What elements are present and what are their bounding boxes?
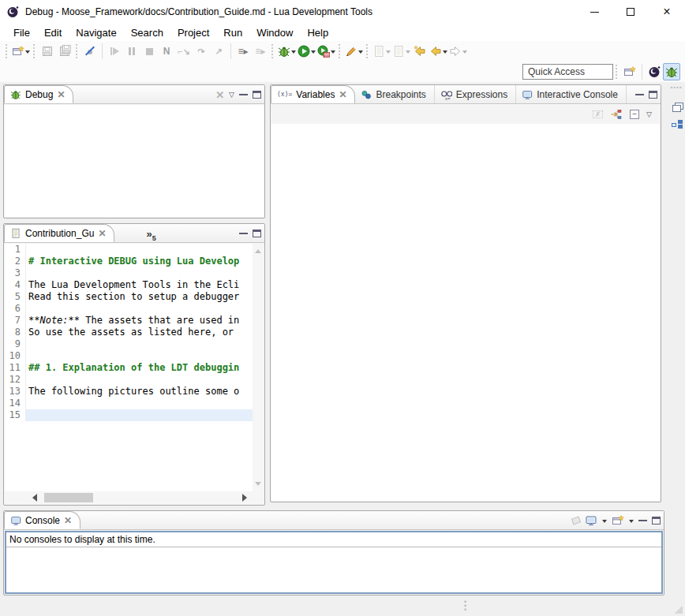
menu-run[interactable]: Run [216,25,249,40]
use-step-filters-button[interactable]: ≡▸ [234,43,252,60]
console-tab-close-icon[interactable]: ✕ [64,515,72,526]
editor-line[interactable]: 15 [5,409,253,421]
line-text[interactable] [26,244,253,256]
editor-line[interactable]: 1 [5,244,253,256]
menu-window[interactable]: Window [249,25,300,40]
editor-line[interactable]: 5Read this section to setup a debugger [5,291,253,303]
line-text[interactable]: So use the assets as listed here, or [26,327,253,338]
line-text[interactable] [26,338,253,350]
external-tools-button[interactable] [316,43,336,60]
scroll-left-icon[interactable] [28,494,37,502]
scroll-right-icon[interactable] [242,494,251,502]
skip-all-breakpoints-button[interactable] [81,43,99,60]
editor-line[interactable]: 12 [5,374,253,386]
last-edit-location-button[interactable] [411,43,429,60]
tab-contribution-guide[interactable]: Contribution_Gu ✕ [4,224,114,242]
line-number[interactable]: 14 [5,398,26,409]
display-selected-console-button[interactable] [585,514,597,527]
variables-content[interactable] [271,124,660,501]
lua-perspective-button[interactable] [646,63,663,80]
editor-line[interactable]: 6 [5,303,253,315]
line-text[interactable] [26,398,253,409]
line-text[interactable] [26,350,253,362]
tab-variables[interactable]: (x)= Variables ✕ [271,85,355,103]
debug-button[interactable] [277,43,297,60]
console-content[interactable]: No consoles to display at this time. [5,531,663,594]
menu-navigate[interactable]: Navigate [69,25,123,40]
line-text[interactable]: # Interactive DEBUG using Lua Develop [26,256,253,267]
back-button[interactable] [429,43,448,60]
editor-line[interactable]: 10 [5,350,253,362]
menu-file[interactable]: File [6,25,37,40]
editor-line[interactable]: 13The following pictures outline some o [5,386,253,398]
line-number[interactable]: 5 [5,291,26,303]
open-console-dropdown-icon[interactable] [629,520,634,525]
editor-maximize-button[interactable] [253,230,261,237]
line-number[interactable]: 12 [5,374,26,386]
editor-line[interactable]: 14 [5,398,253,409]
show-logical-structure-button[interactable] [610,108,623,121]
line-text[interactable]: ## 1. Explanation of the LDT debuggin [26,362,253,374]
open-perspective-button[interactable] [621,63,638,80]
trim-drag-handle[interactable]: •••• [670,84,682,91]
tab-expressions[interactable]: Expressions [435,85,516,103]
debug-view-menu-button[interactable]: ▽ [229,91,234,99]
line-number[interactable]: 3 [5,267,26,279]
line-number[interactable]: 10 [5,350,26,362]
line-number[interactable]: 9 [5,338,26,350]
editor-horizontal-scrollbar[interactable] [27,491,253,504]
tab-breakpoints[interactable]: Breakpoints [355,85,434,103]
editor-line[interactable]: 3 [5,267,253,279]
console-minimize-button[interactable] [638,520,647,521]
collapse-all-button[interactable]: − [630,110,639,119]
editor-line[interactable]: 2# Interactive DEBUG using Lua Develop [5,256,253,267]
line-number[interactable]: 11 [5,362,26,374]
line-text[interactable] [26,374,253,386]
line-text[interactable] [26,267,253,279]
variables-minimize-button[interactable] [635,94,644,95]
restore-view-button[interactable] [672,105,681,112]
line-text[interactable] [26,303,253,315]
editor-minimize-button[interactable] [239,233,248,234]
display-console-dropdown-icon[interactable] [602,520,607,525]
editor-vertical-scrollbar[interactable] [253,244,264,491]
window-minimize-button[interactable] [576,0,612,24]
debug-minimize-button[interactable] [239,94,248,95]
line-number[interactable]: 15 [5,409,26,421]
new-wizard-button[interactable] [11,43,31,60]
tab-console[interactable]: Console ✕ [4,511,80,529]
line-number[interactable]: 13 [5,386,26,398]
line-text[interactable]: **Note:** The assets that are used in [26,315,253,327]
menu-project[interactable]: Project [170,25,216,40]
variables-maximize-button[interactable] [649,91,657,99]
menu-search[interactable]: Search [124,25,170,40]
debug-perspective-button[interactable] [663,63,680,80]
debug-tab-close-icon[interactable]: ✕ [57,89,65,100]
tab-interactive-console[interactable]: Interactive Console [516,85,627,103]
editor-line[interactable]: 9 [5,338,253,350]
scroll-up-icon[interactable] [255,246,261,253]
scroll-down-icon[interactable] [255,482,261,489]
quick-access-input[interactable]: Quick Access [522,64,613,80]
window-maximize-button[interactable] [612,0,649,24]
editor-tab-close-icon[interactable]: ✕ [98,228,106,239]
line-number[interactable]: 2 [5,256,26,267]
run-button[interactable] [297,43,316,60]
line-number[interactable]: 8 [5,327,26,338]
line-text[interactable] [26,409,253,421]
outline-view-button[interactable] [672,123,676,127]
debug-view-content[interactable] [5,105,264,217]
debug-maximize-button[interactable] [253,91,261,99]
scrollbar-thumb[interactable] [44,493,93,502]
hidden-editors-chevron[interactable]: »5 [146,228,155,242]
line-text[interactable]: Read this section to setup a debugger [26,291,253,303]
line-number[interactable]: 4 [5,279,26,291]
editor-line[interactable]: 7**Note:** The assets that are used in [5,315,253,327]
editor-line[interactable]: 11## 1. Explanation of the LDT debuggin [5,362,253,374]
menu-edit[interactable]: Edit [37,25,69,40]
line-text[interactable]: The following pictures outline some o [26,386,253,398]
resize-grip[interactable] [675,606,683,614]
menu-help[interactable]: Help [300,25,335,40]
line-number[interactable]: 7 [5,315,26,327]
variables-view-menu-button[interactable]: ▽ [646,110,652,118]
